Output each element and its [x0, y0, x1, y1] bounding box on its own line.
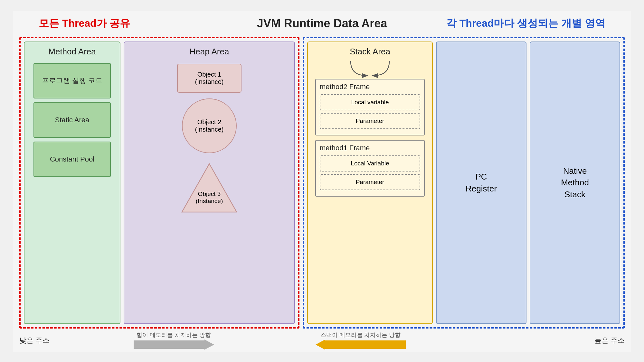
heap-object1: Object 1 (Instance): [177, 64, 242, 93]
method2-local-variable: Local variable: [320, 94, 420, 110]
stack-arrows-svg: [312, 58, 428, 79]
high-address-label: 높은 주소: [594, 336, 625, 345]
main-content: Method Area 프로그램 실행 코드 Static Area Const…: [19, 37, 625, 329]
method2-frame-title: method2 Frame: [320, 83, 420, 91]
method1-frame-title: method1 Frame: [320, 144, 420, 152]
method1-frame: method1 Frame Local Variable Parameter: [315, 140, 425, 197]
heap-area: Heap Area Object 1 (Instance) Object 2 (…: [124, 42, 295, 324]
method1-parameter: Parameter: [320, 174, 420, 190]
shared-region: Method Area 프로그램 실행 코드 Static Area Const…: [19, 37, 299, 329]
heap-arrow-head: [204, 339, 214, 350]
svg-marker-0: [182, 164, 237, 212]
heap-obj3-sublabel: (Instance): [196, 198, 223, 204]
stack-arrow-container: 스택이 메모리를 차지하는 방향: [309, 331, 412, 350]
static-area-box: Static Area: [33, 102, 111, 138]
shared-label: 모든 Thread가 공유: [39, 16, 130, 31]
stack-arrow-head: [316, 339, 325, 350]
title-row: 모든 Thread가 공유 JVM Runtime Data Area 각 Th…: [19, 14, 625, 33]
heap-arrow-body: [134, 340, 204, 349]
stack-arrow-label: 스택이 메모리를 차지하는 방향: [320, 331, 401, 339]
heap-arrow-label: 힙이 메모리를 차지하는 방향: [137, 331, 211, 339]
stack-arrow-body: [325, 340, 406, 349]
bottom-row: 낮은 주소 힙이 메모리를 차지하는 방향 스택이 메모리를 차지하는 방향 높…: [19, 332, 625, 348]
stack-area-title: Stack Area: [350, 47, 390, 57]
individual-region: Stack Area method2 Frame Loc: [303, 37, 625, 329]
low-address-label: 낮은 주소: [19, 336, 50, 345]
native-method-stack-label: NativeMethodStack: [561, 165, 589, 200]
program-code-box: 프로그램 실행 코드: [33, 63, 111, 98]
method1-local-variable: Local Variable: [320, 155, 420, 172]
heap-arrow-container: 힙이 메모리를 차지하는 방향: [129, 331, 219, 350]
individual-label: 각 Thread마다 생성되는 개별 영역: [446, 16, 605, 31]
pc-register-label: PCRegister: [466, 171, 497, 194]
heap-object2: Object 2 (Instance): [182, 98, 237, 153]
heap-object3: Object 3 (Instance): [180, 159, 238, 214]
heap-area-title: Heap Area: [190, 47, 229, 57]
outer-container: 모든 Thread가 공유 JVM Runtime Data Area 각 Th…: [13, 11, 631, 352]
native-method-stack: NativeMethodStack: [530, 42, 620, 324]
stack-area: Stack Area method2 Frame Loc: [307, 42, 433, 324]
method-area-title: Method Area: [48, 47, 96, 57]
method-area: Method Area 프로그램 실행 코드 Static Area Const…: [24, 42, 120, 324]
stack-direction-arrow: [316, 339, 406, 350]
pc-register: PCRegister: [436, 42, 526, 324]
method2-parameter: Parameter: [320, 113, 420, 129]
constant-pool-box: Constant Pool: [33, 142, 111, 177]
heap-obj3-label: Object 3: [198, 190, 221, 197]
main-title: JVM Runtime Data Area: [257, 17, 387, 30]
heap-direction-arrow: [134, 339, 214, 350]
method2-frame: method2 Frame Local variable Parameter: [315, 79, 425, 135]
